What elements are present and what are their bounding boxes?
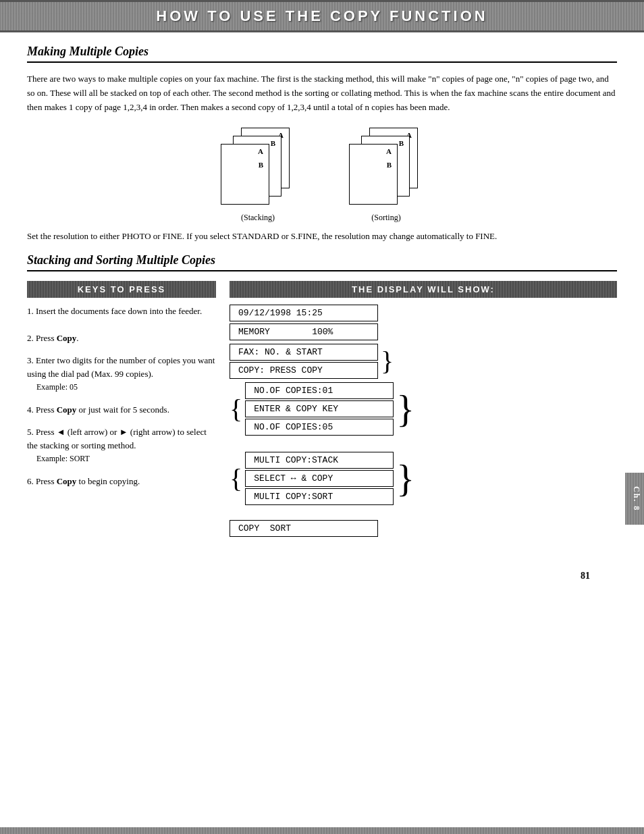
spacer2 — [230, 507, 617, 518]
step2-text: Press — [36, 333, 57, 343]
section1-body: There are two ways to make multiple copi… — [27, 72, 617, 114]
bracket-left-5: { — [230, 465, 242, 492]
step6-bold: Copy — [57, 476, 77, 486]
display-select-copy: SELECT ↔ & COPY — [245, 470, 394, 487]
sort-label-a2: A — [386, 147, 392, 155]
stacking-label: (Stacking) — [241, 213, 275, 223]
step2-bold: Copy — [57, 333, 77, 343]
display-row-2: MEMORY 100% — [230, 323, 617, 340]
display-fax: FAX: NO. & START — [230, 344, 378, 361]
sort-label-b2: B — [387, 161, 392, 169]
page-number: 81 — [27, 571, 617, 587]
stack-page-front-a: A B — [221, 144, 269, 205]
stack-label-a2: A — [258, 147, 263, 155]
step-4: 4. Press Copy or just wait for 5 seconds… — [27, 403, 216, 417]
step-3: 3. Enter two digits for the number of co… — [27, 354, 216, 394]
sort-page-front: A B — [349, 144, 398, 205]
main-content: Making Multiple Copies There are two way… — [0, 45, 644, 600]
display-boxes-5: MULTI COPY:STACK SELECT ↔ & COPY MULTI C… — [245, 452, 394, 505]
display-label: THE DISPLAY WILL SHOW: — [230, 281, 617, 298]
step1-text: Insert the documents face down into the … — [36, 306, 202, 316]
keys-label: KEYS TO PRESS — [27, 281, 216, 298]
stack-label-b1: B — [271, 139, 275, 147]
step4-after: or just wait for 5 seconds. — [76, 405, 169, 415]
bracket-right-5: } — [396, 460, 414, 498]
display-noofcopies-01: NO.OF COPIES:01 — [245, 382, 394, 399]
bracket-right-3: } — [381, 348, 394, 375]
display-group-4: { NO.OF COPIES:01 ENTER & COPY KEY NO.OF… — [230, 382, 617, 436]
right-column: THE DISPLAY WILL SHOW: 09/12/1998 15:25 … — [230, 281, 617, 537]
diagram-area: A B A B (Stacking) — [27, 128, 617, 223]
two-column-layout: KEYS TO PRESS 1. Insert the documents fa… — [27, 281, 617, 537]
display-noofcopies-05: NO.OF COPIES:05 — [245, 419, 394, 436]
step4-text: Press — [36, 405, 57, 415]
step5-sub: Example: SORT — [36, 454, 90, 463]
step3-sub: Example: 05 — [36, 382, 78, 392]
left-column: KEYS TO PRESS 1. Insert the documents fa… — [27, 281, 216, 537]
header-bar: HOW TO USE THE COPY FUNCTION — [0, 0, 644, 32]
chapter-tab: Ch. 8 — [625, 473, 644, 525]
display-datetime: 09/12/1998 15:25 — [230, 305, 378, 321]
step2-after: . — [76, 333, 78, 343]
step-5: 5. Press ◄ (left arrow) or ► (right arro… — [27, 425, 216, 465]
stack-label-b2: B — [259, 161, 263, 169]
steps-list: 1. Insert the documents face down into t… — [27, 305, 216, 488]
stacking-diagram: A B A B (Stacking) — [221, 128, 295, 223]
resolution-note: Set the resolution to either PHOTO or FI… — [27, 230, 617, 244]
display-boxes: 09/12/1998 15:25 MEMORY 100% FAX: NO. & … — [230, 305, 617, 537]
sorting-label: (Sorting) — [371, 213, 400, 223]
display-enter-copy: ENTER & COPY KEY — [245, 400, 394, 417]
step6-text: Press — [36, 476, 57, 486]
step4-bold: Copy — [57, 405, 77, 415]
display-memory: MEMORY 100% — [230, 323, 378, 340]
display-boxes-3: FAX: NO. & START COPY: PRESS COPY — [230, 344, 378, 379]
spacer — [230, 438, 617, 448]
display-copy-press: COPY: PRESS COPY — [230, 362, 378, 379]
step3-text: Enter two digits for the number of copie… — [27, 355, 215, 379]
step6-after: to begin copying. — [76, 476, 140, 486]
display-multi-stack: MULTI COPY:STACK — [245, 452, 394, 469]
display-group-5: { MULTI COPY:STACK SELECT ↔ & COPY MULTI… — [230, 452, 617, 505]
step-6: 6. Press Copy to begin copying. — [27, 475, 216, 488]
bracket-right-4: } — [396, 390, 414, 428]
section1-heading: Making Multiple Copies — [27, 45, 617, 63]
display-boxes-4: NO.OF COPIES:01 ENTER & COPY KEY NO.OF C… — [245, 382, 394, 436]
header-title: HOW TO USE THE COPY FUNCTION — [156, 7, 487, 24]
step-2: 2. Press Copy. — [27, 332, 216, 345]
bracket-left-4: { — [230, 396, 242, 423]
section-making-copies: Making Multiple Copies There are two way… — [27, 45, 617, 244]
display-row-6: COPY SORT — [230, 520, 617, 537]
display-group-3: FAX: NO. & START COPY: PRESS COPY } — [230, 344, 617, 379]
display-multi-sort: MULTI COPY:SORT — [245, 488, 394, 505]
bottom-bar — [0, 827, 644, 834]
display-copy-sort: COPY SORT — [230, 520, 378, 537]
display-row-1: 09/12/1998 15:25 — [230, 305, 617, 321]
sort-label-b1: B — [399, 139, 404, 147]
sorting-diagram: A B A B (Sorting) — [349, 128, 423, 223]
section2-heading: Stacking and Sorting Multiple Copies — [27, 253, 617, 271]
section-stacking-sorting: Stacking and Sorting Multiple Copies KEY… — [27, 253, 617, 537]
step-1: 1. Insert the documents face down into t… — [27, 305, 216, 318]
step5-text: Press ◄ (left arrow) or ► (right arrow) … — [27, 427, 207, 450]
